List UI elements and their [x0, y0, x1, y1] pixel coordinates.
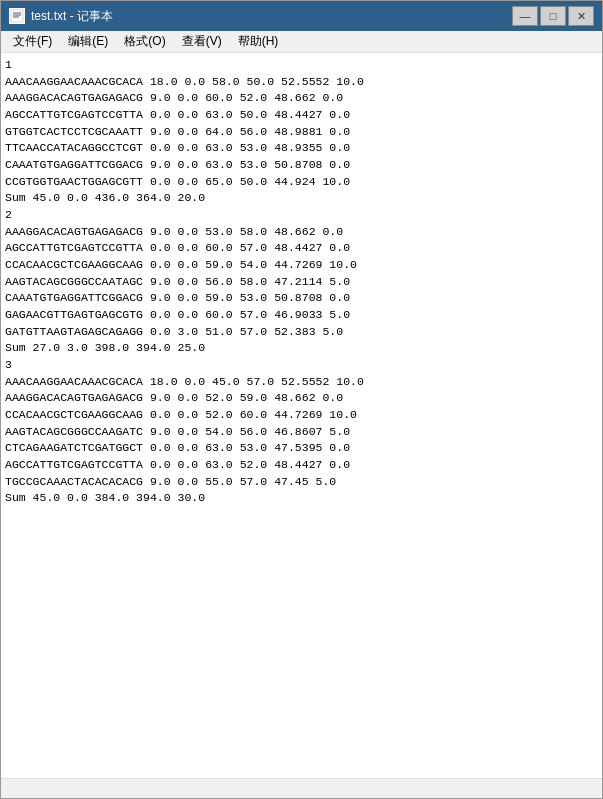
text-content: 1 AAACAAGGAACAAACGCACA 18.0 0.0 58.0 50.… — [5, 57, 598, 507]
notepad-window: test.txt - 记事本 — □ ✕ 文件(F) 编辑(E) 格式(O) 查… — [0, 0, 603, 799]
app-icon — [9, 8, 25, 24]
close-button[interactable]: ✕ — [568, 6, 594, 26]
title-bar-controls: — □ ✕ — [512, 6, 594, 26]
menu-format[interactable]: 格式(O) — [116, 31, 173, 52]
title-bar-left: test.txt - 记事本 — [9, 8, 113, 25]
title-bar: test.txt - 记事本 — □ ✕ — [1, 1, 602, 31]
menu-bar: 文件(F) 编辑(E) 格式(O) 查看(V) 帮助(H) — [1, 31, 602, 53]
status-bar — [1, 778, 602, 798]
menu-file[interactable]: 文件(F) — [5, 31, 60, 52]
minimize-button[interactable]: — — [512, 6, 538, 26]
menu-view[interactable]: 查看(V) — [174, 31, 230, 52]
svg-rect-0 — [11, 10, 23, 22]
menu-help[interactable]: 帮助(H) — [230, 31, 287, 52]
menu-edit[interactable]: 编辑(E) — [60, 31, 116, 52]
text-editor-area[interactable]: 1 AAACAAGGAACAAACGCACA 18.0 0.0 58.0 50.… — [1, 53, 602, 778]
maximize-button[interactable]: □ — [540, 6, 566, 26]
window-title: test.txt - 记事本 — [31, 8, 113, 25]
